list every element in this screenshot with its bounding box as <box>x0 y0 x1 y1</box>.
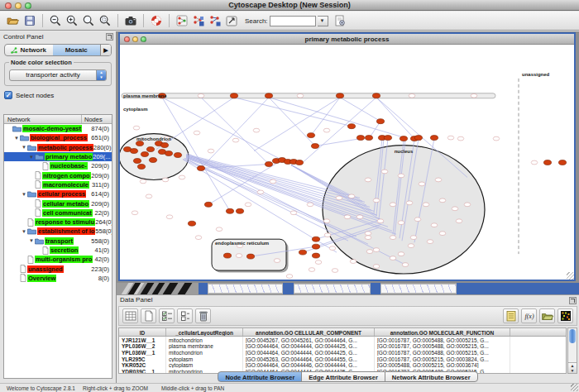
network-overview-icon[interactable] <box>174 13 190 29</box>
network-tree-row[interactable]: nucleobase-209(0) <box>4 161 112 170</box>
save-icon[interactable] <box>22 13 38 29</box>
graph-node[interactable] <box>457 136 464 141</box>
graph-node[interactable] <box>356 215 363 219</box>
graph-node[interactable] <box>373 265 380 269</box>
graph-node[interactable] <box>307 203 313 207</box>
table-row[interactable]: YKR052Ccytoplasm[GO:0044464, GO:0044446,… <box>119 362 566 369</box>
zoom-selected-icon[interactable] <box>97 13 113 29</box>
table-row[interactable]: YJR121W__1mitochondrion[GO:0045267, GO:0… <box>119 337 566 343</box>
new-network-from-selected-nodes-icon[interactable] <box>190 13 207 29</box>
graph-node[interactable] <box>414 218 421 222</box>
graph-node[interactable] <box>419 182 425 186</box>
graph-node[interactable] <box>146 147 154 152</box>
graph-node[interactable] <box>464 203 471 207</box>
network-tree-row[interactable]: nitrogen compo209(0) <box>4 170 112 179</box>
graph-node[interactable] <box>197 165 204 170</box>
graph-node[interactable] <box>299 250 306 255</box>
tab-network-attribute-browser[interactable]: Network Attribute Browser <box>385 371 478 382</box>
graph-node[interactable] <box>230 93 237 98</box>
graph-node[interactable] <box>179 175 185 179</box>
graph-node[interactable] <box>194 131 200 135</box>
graph-node[interactable] <box>435 178 442 182</box>
graph-node[interactable] <box>336 93 343 98</box>
select-attributes-icon[interactable] <box>159 308 175 323</box>
graph-node[interactable] <box>323 128 330 132</box>
table-row[interactable]: YPL036W__2plasma membrane[GO:0044464, GO… <box>119 343 566 350</box>
graph-node[interactable] <box>558 160 566 165</box>
graph-node[interactable] <box>216 227 223 232</box>
expand-arrow-icon[interactable]: ▼ <box>28 238 35 243</box>
graph-node[interactable] <box>344 215 351 219</box>
zoom-in-icon[interactable] <box>64 13 80 29</box>
select-nodes-checkbox[interactable]: ✓ <box>4 91 12 99</box>
graph-node[interactable] <box>471 93 477 98</box>
graph-node[interactable] <box>286 275 293 279</box>
graph-node[interactable] <box>140 179 146 184</box>
network-tree-row[interactable]: ▼metabolic process280(0) <box>4 143 112 152</box>
network-tree-row[interactable]: ▼biological_process651(0) <box>4 133 112 142</box>
graph-node[interactable] <box>332 269 338 273</box>
graph-node[interactable] <box>166 215 173 219</box>
new-attribute-icon[interactable] <box>141 308 156 323</box>
search-dropdown-button[interactable]: ▼ <box>318 16 328 26</box>
graph-node[interactable] <box>245 203 251 207</box>
graph-node[interactable] <box>348 194 355 198</box>
graph-node[interactable] <box>365 232 371 236</box>
network-tree-row[interactable]: ▼transport558(0) <box>4 237 112 246</box>
graph-node[interactable] <box>377 219 384 223</box>
graph-node[interactable] <box>265 162 272 167</box>
graph-node[interactable] <box>430 136 438 141</box>
tabs-overflow-button[interactable]: ▶ <box>100 45 111 55</box>
table-header-cell[interactable]: ID <box>119 328 166 336</box>
graph-node[interactable] <box>160 143 168 148</box>
graph-node[interactable] <box>133 126 140 130</box>
graph-node[interactable] <box>456 219 462 223</box>
help-icon[interactable] <box>148 13 165 29</box>
graph-node[interactable] <box>398 174 404 178</box>
graph-node[interactable] <box>236 208 243 213</box>
graph-node[interactable] <box>493 136 500 141</box>
expand-arrow-icon[interactable]: ▼ <box>28 155 35 160</box>
graph-node[interactable] <box>531 160 538 165</box>
network-tree-row[interactable]: ▼primary metabo209(... <box>4 152 112 161</box>
graph-node[interactable] <box>366 250 373 254</box>
network-canvas[interactable]: plasma membranecytoplasmmitochondrionnuc… <box>120 45 574 280</box>
graph-node[interactable] <box>141 152 148 157</box>
graph-node[interactable] <box>188 221 195 226</box>
graph-node[interactable] <box>543 160 551 165</box>
zoom-out-icon[interactable] <box>47 13 64 29</box>
tree-header-network[interactable]: Network <box>4 115 82 123</box>
network-tree-row[interactable]: mosaic-demo-yeast874(0) <box>4 124 112 133</box>
expand-arrow-icon[interactable]: ▼ <box>21 192 27 197</box>
graph-node[interactable] <box>398 252 404 256</box>
graph-node[interactable] <box>136 141 143 146</box>
graph-node[interactable] <box>265 93 272 98</box>
graph-node[interactable] <box>431 223 438 227</box>
graph-node[interactable] <box>356 136 364 141</box>
graph-node[interactable] <box>257 190 264 194</box>
graph-node[interactable] <box>400 136 407 141</box>
label-icon[interactable] <box>503 308 519 323</box>
graph-node[interactable] <box>274 259 280 263</box>
graph-node[interactable] <box>146 194 152 198</box>
matrix-icon[interactable] <box>557 308 573 323</box>
graph-node[interactable] <box>246 254 254 259</box>
table-row[interactable]: YLR295Ccytoplasm[GO:0045263, GO:0044464,… <box>119 356 566 362</box>
network-tree-row[interactable]: multi-organism pro42(0) <box>4 255 112 264</box>
zoom-fit-icon[interactable] <box>80 13 97 29</box>
graph-node[interactable] <box>295 160 303 165</box>
graph-node[interactable] <box>223 253 231 258</box>
network-tree-row[interactable]: ▼cellular process614(0) <box>4 189 112 198</box>
graph-node[interactable] <box>315 261 322 265</box>
graph-node[interactable] <box>376 119 384 124</box>
graph-node[interactable] <box>208 149 214 153</box>
graph-node[interactable] <box>149 158 156 163</box>
graph-node[interactable] <box>195 236 202 240</box>
open-icon[interactable] <box>5 13 22 29</box>
network-tree-row[interactable]: secretion41(0) <box>4 246 112 255</box>
graph-node[interactable] <box>365 178 371 182</box>
network-tree-row[interactable]: Overview8(0) <box>4 274 112 283</box>
network-tree-row[interactable]: cellular metabo209(0) <box>4 198 112 208</box>
graph-node[interactable] <box>373 198 380 203</box>
network-window-titlebar[interactable]: primary metabolic process <box>120 34 574 45</box>
